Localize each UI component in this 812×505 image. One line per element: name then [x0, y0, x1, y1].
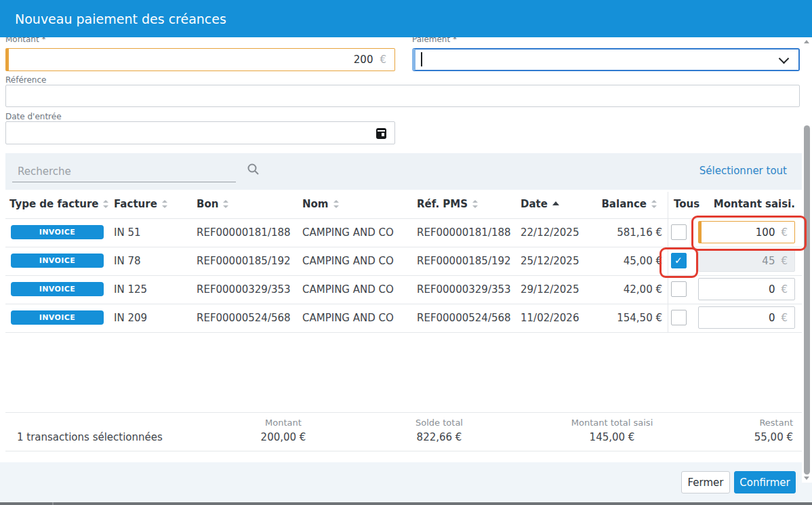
- scrollbar-thumb[interactable]: [804, 125, 810, 474]
- summary-solde-total: Solde total 822,66 €: [385, 413, 493, 443]
- modal-title: Nouveau paiement des créances: [15, 12, 226, 26]
- summary-value: 145,00 €: [548, 431, 676, 443]
- reference-input[interactable]: [5, 85, 800, 107]
- amount-value: 45: [762, 255, 775, 267]
- table-header: Type de facture Facture Bon Nom Réf. PMS…: [5, 190, 802, 219]
- annotation-amount-input: [691, 216, 807, 251]
- modal-footer: Fermer Confirmer: [0, 462, 812, 502]
- euro-symbol: €: [781, 283, 788, 296]
- col-label: Réf. PMS: [417, 198, 468, 210]
- scroll-down-icon[interactable]: [804, 477, 809, 480]
- sort-asc-icon: [552, 199, 559, 208]
- euro-symbol: €: [781, 312, 788, 324]
- cell-balance: 45,00 €: [557, 255, 662, 267]
- col-nom[interactable]: Nom: [302, 198, 340, 210]
- confirm-button[interactable]: Confirmer: [734, 471, 796, 493]
- reference-label: Référence: [5, 75, 46, 85]
- summary-restant: Restant 55,00 €: [710, 413, 793, 443]
- table-row: INVOICE IN 51 REF00000181/188 CAMPING AN…: [5, 218, 802, 247]
- amount-value: 0: [769, 312, 775, 324]
- vertical-scrollbar[interactable]: [802, 37, 812, 483]
- invoice-badge: INVOICE: [11, 310, 104, 325]
- col-bon[interactable]: Bon: [197, 198, 229, 210]
- payment-modal: Nouveau paiement des créances Montant * …: [0, 0, 812, 505]
- sort-icon: [651, 199, 657, 208]
- col-type-de-facture[interactable]: Type de facture: [9, 198, 109, 210]
- col-date[interactable]: Date: [521, 198, 559, 210]
- table-row: INVOICE IN 125 REF00000329/353 CAMPING A…: [5, 275, 802, 304]
- modal-header: Nouveau paiement des créances: [0, 0, 812, 37]
- date-entree-label: Date d'entrée: [5, 112, 62, 121]
- summary-value: 55,00 €: [710, 431, 793, 443]
- summary-label: Restant: [710, 418, 793, 428]
- col-facture[interactable]: Facture: [114, 198, 168, 210]
- cell-facture: IN 51: [114, 226, 141, 239]
- amount-input[interactable]: 0 €: [698, 278, 795, 300]
- sort-icon: [333, 199, 340, 208]
- date-entree-input[interactable]: [5, 121, 395, 144]
- col-label: Montant saisi.: [714, 198, 795, 210]
- table-row: INVOICE IN 209 REF00000524/568 CAMPING A…: [5, 304, 802, 333]
- montant-value: 200: [354, 54, 373, 66]
- col-label: Date: [521, 198, 548, 210]
- summary-label: Solde total: [385, 418, 493, 428]
- bottom-edge-divider: [52, 502, 54, 505]
- text-caret: [421, 52, 422, 66]
- sort-icon: [223, 199, 229, 208]
- scroll-up-icon[interactable]: [804, 40, 809, 43]
- cell-facture: IN 209: [114, 312, 147, 324]
- sort-icon: [103, 199, 109, 208]
- annotation-checkbox: [659, 247, 698, 278]
- summary-montant: Montant 200,00 €: [229, 413, 338, 443]
- row-checkbox[interactable]: [671, 310, 687, 325]
- row-checkbox[interactable]: [671, 281, 687, 297]
- calendar-icon[interactable]: [376, 128, 386, 139]
- cell-ref-pms: REF00000185/192: [417, 255, 511, 267]
- cell-ref-pms: REF00000524/568: [417, 312, 511, 324]
- summary-montant-total-saisi: Montant total saisi 145,00 €: [548, 413, 676, 443]
- montant-input[interactable]: 200 €: [5, 48, 395, 71]
- amount-value: 0: [769, 283, 775, 296]
- invoice-badge: INVOICE: [11, 282, 104, 296]
- col-tous: Tous: [674, 198, 699, 210]
- col-ref-pms[interactable]: Réf. PMS: [417, 198, 479, 210]
- sort-icon: [472, 199, 479, 208]
- selected-count: 1 transactions sélectionnées: [17, 431, 163, 443]
- cell-ref-pms: REF00000329/353: [417, 283, 511, 296]
- summary-value: 822,66 €: [385, 431, 493, 443]
- invoice-badge: INVOICE: [11, 225, 104, 239]
- cell-bon: REF00000524/568: [197, 312, 291, 324]
- col-label: Nom: [302, 198, 329, 210]
- col-label: Balance: [601, 198, 647, 210]
- summary-label: Montant: [229, 418, 338, 428]
- col-montant-saisi: Montant saisi.: [697, 198, 795, 210]
- col-balance[interactable]: Balance: [582, 198, 657, 210]
- col-label: Facture: [114, 198, 157, 210]
- search-icon: [247, 163, 260, 176]
- euro-symbol: €: [781, 255, 788, 267]
- cell-balance: 154,50 €: [557, 312, 662, 324]
- col-label: Tous: [674, 198, 699, 210]
- cell-nom: CAMPING AND CO: [302, 255, 394, 267]
- cell-facture: IN 78: [114, 255, 141, 267]
- cell-nom: CAMPING AND CO: [302, 226, 394, 239]
- row-checkbox[interactable]: [671, 224, 687, 240]
- col-label: Bon: [197, 198, 218, 210]
- euro-symbol: €: [380, 54, 386, 66]
- cell-facture: IN 125: [114, 283, 147, 296]
- amount-input-disabled: 45 €: [698, 249, 795, 272]
- cell-nom: CAMPING AND CO: [302, 312, 394, 324]
- summary-value: 200,00 €: [229, 431, 338, 443]
- summary-bar: 1 transactions sélectionnées Montant 200…: [5, 412, 802, 451]
- cell-nom: CAMPING AND CO: [302, 283, 394, 296]
- chevron-down-icon: [779, 54, 790, 64]
- paiement-select[interactable]: [412, 48, 800, 71]
- search-input[interactable]: Recherche: [12, 160, 236, 182]
- close-button[interactable]: Fermer: [681, 471, 730, 493]
- summary-label: Montant total saisi: [548, 418, 676, 428]
- cell-bon: REF00000185/192: [197, 255, 291, 267]
- cell-balance: 42,00 €: [557, 283, 662, 296]
- amount-input[interactable]: 0 €: [698, 306, 795, 329]
- select-all-link[interactable]: Sélectionner tout: [699, 165, 787, 177]
- cell-bon: REF00000329/353: [197, 283, 291, 296]
